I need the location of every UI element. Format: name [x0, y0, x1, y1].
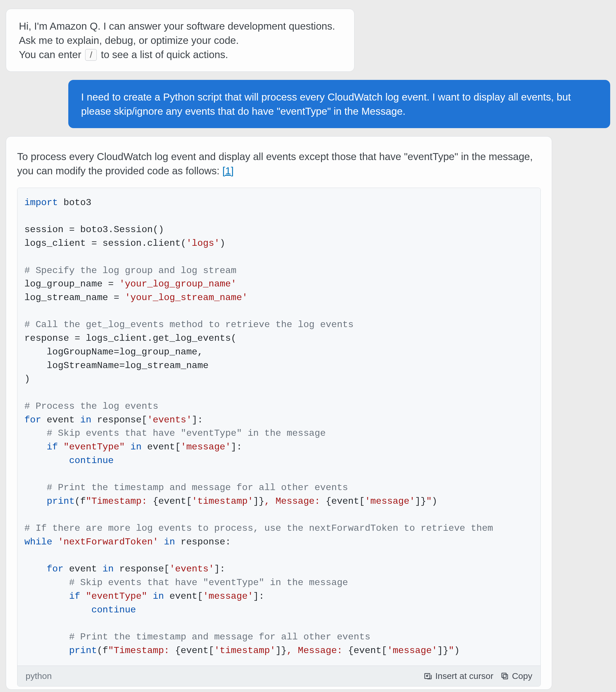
insert-icon: [424, 672, 432, 680]
user-message-bubble: I need to create a Python script that wi…: [68, 80, 610, 128]
code-footer: python Insert at cursor Copy: [17, 666, 540, 686]
citation-link[interactable]: [1]: [222, 165, 234, 176]
intro-line-1: Hi, I'm Amazon Q. I can answer your soft…: [19, 19, 341, 33]
copy-button[interactable]: Copy: [501, 670, 532, 682]
assistant-intro-bubble: Hi, I'm Amazon Q. I can answer your soft…: [6, 9, 355, 72]
code-language-label: python: [26, 670, 417, 682]
svg-rect-2: [502, 673, 506, 677]
insert-at-cursor-button[interactable]: Insert at cursor: [424, 670, 493, 682]
intro-line-3: You can enter / to see a list of quick a…: [19, 47, 341, 62]
intro-line-2: Ask me to explain, debug, or optimize yo…: [19, 33, 341, 47]
chat-panel: Hi, I'm Amazon Q. I can answer your soft…: [6, 9, 610, 690]
code-block[interactable]: import boto3 session = boto3.Session() l…: [17, 188, 540, 666]
user-message-text: I need to create a Python script that wi…: [81, 91, 571, 117]
slash-key-kbd: /: [85, 49, 97, 61]
copy-icon: [501, 672, 509, 680]
svg-rect-1: [503, 675, 508, 679]
assistant-answer-bubble: To process every CloudWatch log event an…: [6, 136, 552, 690]
answer-intro-text: To process every CloudWatch log event an…: [17, 149, 541, 178]
code-block-container: import boto3 session = boto3.Session() l…: [17, 188, 541, 687]
